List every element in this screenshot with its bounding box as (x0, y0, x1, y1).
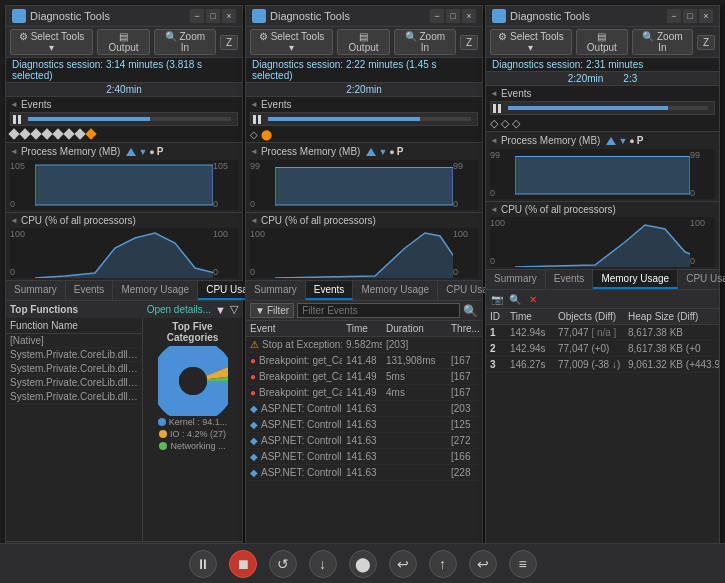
tab-events-right[interactable]: Events (546, 270, 594, 289)
minimize-btn-middle[interactable]: − (430, 9, 444, 23)
cpu-chart-middle: 100 0 100 0 (250, 228, 478, 278)
event-row-4[interactable]: ◆ ASP.NET: Controller... 141.63 [203 (246, 401, 482, 417)
cpu-section-right: CPU (% of all processors) 100 0 100 0 (486, 202, 719, 270)
event-row-7[interactable]: ◆ ASP.NET: Controller... 141.63 [166 (246, 449, 482, 465)
memory-chart-right: 99 0 99 0 (490, 149, 715, 199)
top-five-title: Top Five Categories (143, 318, 242, 346)
search-icon-memory[interactable]: 🔍 (508, 292, 522, 306)
event-cell-thread-5: [125 (447, 418, 482, 431)
legend-kernel: Kernel : 94.1... (154, 416, 232, 428)
zoom2-btn-left[interactable]: Z (220, 35, 238, 50)
session-info-right: Diagnostics session: 2:31 minutes (486, 58, 719, 72)
maximize-btn-left[interactable]: □ (206, 9, 220, 23)
filter-icon-func[interactable]: ▼ (215, 304, 226, 316)
event-row-3[interactable]: ● Breakpoint: get_Ca... 141.49 4ms [167 (246, 385, 482, 401)
event-row-8[interactable]: ◆ ASP.NET: Controller... 141.63 [228 (246, 465, 482, 481)
close-btn-left[interactable]: × (222, 9, 236, 23)
step-back-btn[interactable]: ↩ (389, 550, 417, 578)
zoom-btn-middle[interactable]: 🔍 Zoom In (394, 29, 456, 55)
minimize-btn-right[interactable]: − (667, 9, 681, 23)
tab-summary-middle[interactable]: Summary (246, 281, 306, 300)
event-row-2[interactable]: ● Breakpoint: get_Ca... 141.49 5ms [167 (246, 369, 482, 385)
event-row-0[interactable]: ⚠ Stop at Exception:... 9.582ms [203] (246, 337, 482, 353)
refresh-taskbar-btn[interactable]: ↺ (269, 550, 297, 578)
select-tools-btn-right[interactable]: ⚙ Select Tools ▾ (490, 29, 572, 55)
maximize-btn-right[interactable]: □ (683, 9, 697, 23)
tab-cpu-right[interactable]: CPU Usage (678, 270, 725, 289)
step-out-btn[interactable]: ↑ (429, 550, 457, 578)
filter2-icon-func[interactable]: ▽ (230, 303, 238, 316)
stop-taskbar-btn[interactable]: ⏹ (229, 550, 257, 578)
triangle-icon-left (126, 148, 136, 156)
events-section-middle: Events ◇ ⬤ (246, 97, 482, 143)
output-btn-right[interactable]: ▤ Output (576, 29, 628, 55)
mem-row-1[interactable]: 2 142.94s 77,047 (+0) 8,617.38 KB (+0 (486, 341, 719, 357)
functions-header: Top Functions Open details... ▼ ▽ (6, 301, 242, 318)
event-cell-dur-6 (382, 440, 447, 442)
event-cell-time-7: 141.63 (342, 450, 382, 463)
output-btn-middle[interactable]: ▤ Output (337, 29, 390, 55)
event-marker-middle: ◇ (250, 129, 258, 140)
panel-middle: Diagnostic Tools − □ × ⚙ Select Tools ▾ … (245, 5, 483, 575)
restart-btn[interactable]: ↩ (469, 550, 497, 578)
event-diamond-3 (30, 128, 41, 139)
camera-icon[interactable]: 📷 (490, 292, 504, 306)
pause-taskbar-btn[interactable]: ⏸ (189, 550, 217, 578)
maximize-btn-middle[interactable]: □ (446, 9, 460, 23)
tab-memory-right[interactable]: Memory Usage (593, 270, 678, 289)
pause-bar-r2 (498, 104, 501, 113)
filter-events-input[interactable] (297, 303, 460, 318)
step-over-btn[interactable]: ⬤ (349, 550, 377, 578)
close-btn-middle[interactable]: × (462, 9, 476, 23)
minimize-btn-left[interactable]: − (190, 9, 204, 23)
function-row-3[interactable]: System.Private.CoreLib.dll(C (6, 376, 142, 390)
pause-bar-2 (18, 115, 21, 124)
close-btn-right[interactable]: × (699, 9, 713, 23)
tab-events-middle[interactable]: Events (306, 281, 354, 300)
step-into-btn[interactable]: ↓ (309, 550, 337, 578)
tabs-middle: Summary Events Memory Usage CPU Usage (246, 281, 482, 301)
titlebar-middle-left: Diagnostic Tools (252, 9, 350, 23)
select-tools-btn-left[interactable]: ⚙ Select Tools ▾ (10, 29, 93, 55)
zoom2-btn-middle[interactable]: Z (460, 35, 478, 50)
event-row-6[interactable]: ◆ ASP.NET: Controller... 141.63 [272 (246, 433, 482, 449)
event-cell-dur-4 (382, 408, 447, 410)
zoom-btn-right[interactable]: 🔍 Zoom In (632, 29, 693, 55)
mem-row-2[interactable]: 3 146.27s 77,009 (-38 ↓) 9,061.32 KB (+4… (486, 357, 719, 373)
tab-memory-left[interactable]: Memory Usage (113, 281, 198, 300)
filter-icon-middle: ▼ (378, 147, 387, 157)
event-row-1[interactable]: ● Breakpoint: get_Ca... 141.48 131,908ms… (246, 353, 482, 369)
memory-table: ID Time Objects (Diff) Heap Size (Diff) … (486, 309, 719, 574)
tab-events-left[interactable]: Events (66, 281, 114, 300)
tab-memory-middle[interactable]: Memory Usage (353, 281, 438, 300)
event-cell-time-1: 141.48 (342, 354, 382, 367)
events-icons-right: ◇ ◇ ◇ (490, 117, 715, 129)
function-row-4[interactable]: System.Private.CoreLib.dll(C (6, 390, 142, 404)
mem-row-0[interactable]: 1 142.94s 77,047 [ n/a ] 8,617.38 KB (486, 325, 719, 341)
event-row-5[interactable]: ◆ ASP.NET: Controller... 141.63 [125 (246, 417, 482, 433)
titlebar-right: Diagnostic Tools − □ × (486, 6, 719, 27)
toolbar-left: ⚙ Select Tools ▾ ▤ Output 🔍 Zoom In Z (6, 27, 242, 58)
search-icon-events[interactable]: 🔍 (463, 304, 478, 318)
menu-btn[interactable]: ≡ (509, 550, 537, 578)
tab-summary-right[interactable]: Summary (486, 270, 546, 289)
function-row-1[interactable]: System.Private.CoreLib.dll(C (6, 348, 142, 362)
events-table: Event Time Duration Thre... ⚠ Stop at Ex… (246, 321, 482, 574)
function-row-0[interactable]: [Native] (6, 334, 142, 348)
open-details-link[interactable]: Open details... (147, 304, 211, 315)
output-btn-left[interactable]: ▤ Output (97, 29, 150, 55)
filter-btn-middle[interactable]: ▼ Filter (250, 303, 294, 318)
zoom-btn-left[interactable]: 🔍 Zoom In (154, 29, 216, 55)
session-info-middle: Diagnostics session: 2:22 minutes (1.45 … (246, 58, 482, 83)
close-icon-memory[interactable]: ✕ (526, 292, 540, 306)
top-panel: Function Name [Native] System.Private.Co… (6, 318, 242, 541)
cpu-label-right: CPU (% of all processors) (490, 204, 715, 215)
tab-summary-left[interactable]: Summary (6, 281, 66, 300)
zoom2-btn-right[interactable]: Z (697, 35, 715, 50)
event-icon-2: ● (250, 371, 256, 382)
mem-cell-heap-2: 9,061.32 KB (+443.95 (624, 358, 719, 371)
select-tools-btn-middle[interactable]: ⚙ Select Tools ▾ (250, 29, 333, 55)
function-row-2[interactable]: System.Private.CoreLib.dll(C (6, 362, 142, 376)
mem-col-heap: Heap Size (Diff) (624, 309, 719, 324)
event-marker-orange-middle: ⬤ (261, 129, 272, 140)
